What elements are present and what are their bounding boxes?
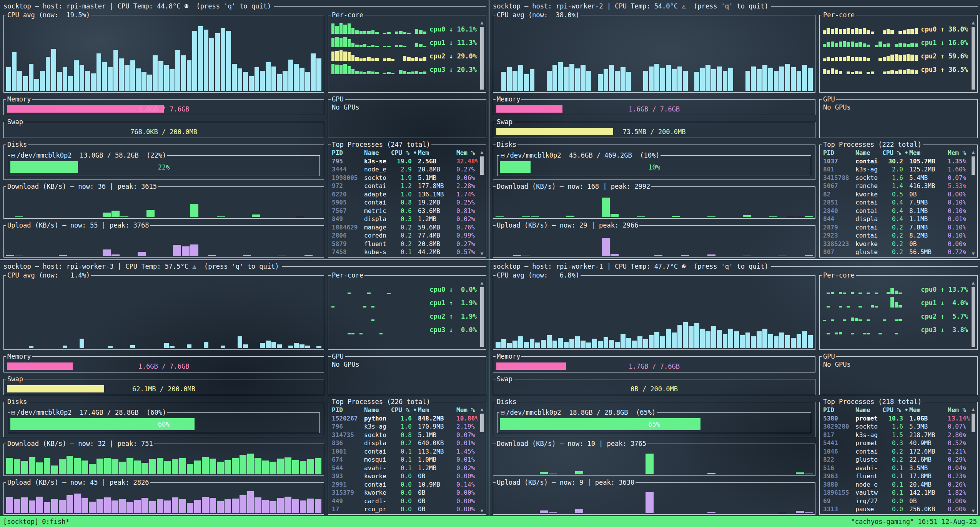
scroll-up-icon[interactable]: ▲ — [970, 407, 976, 412]
tmux-divider-vertical-top[interactable] — [489, 0, 489, 259]
per-core-scrollbar[interactable]: ▲ — [970, 20, 976, 91]
process-scrollbar[interactable]: ▲ ▼ — [479, 407, 485, 513]
swap-value: 62.1MB / 200.0MB — [7, 385, 321, 393]
scrollbar-thumb[interactable] — [480, 414, 484, 432]
column-header[interactable]: Name — [364, 149, 391, 158]
scrollbar-thumb[interactable] — [972, 27, 975, 90]
scrollbar-thumb[interactable] — [480, 27, 484, 90]
chart-bar — [240, 495, 246, 513]
process-scrollbar[interactable]: ▲ ▼ — [479, 150, 485, 256]
chart-bar — [34, 79, 39, 91]
tmux-status-bar: [socktop] 0:fish* "cachyos-gaming" 16:51… — [0, 516, 980, 527]
per-core-scrollbar[interactable]: ▲ — [970, 280, 976, 348]
tmux-divider-horizontal-right[interactable] — [489, 259, 980, 260]
process-cell: 2923 — [823, 232, 855, 240]
process-cell: 17.8MB — [909, 472, 948, 481]
scroll-up-icon[interactable]: ▲ — [479, 150, 485, 155]
chart-bar — [581, 341, 586, 348]
chart-bar — [315, 458, 322, 474]
chart-bar — [173, 245, 181, 256]
column-header[interactable]: Mem — [418, 406, 456, 415]
top-processes-panel: Top Processes (222 total) PIDNameCPU % •… — [819, 141, 978, 258]
scroll-down-icon[interactable]: ▼ — [479, 508, 485, 513]
tmux-divider-vertical-bottom-active[interactable] — [489, 260, 489, 516]
pane-rpi-worker-2[interactable]: socktop — host: rpi-worker-2 | CPU Temp:… — [489, 0, 980, 259]
process-cell: 0.2 — [391, 224, 418, 232]
process-cell: 113.2MB — [418, 448, 456, 456]
column-header[interactable]: Name — [364, 406, 391, 415]
pane-rpi-worker-1[interactable]: socktop — host: rpi-worker-1 | CPU Temp:… — [489, 260, 980, 516]
process-cell: 1998005 — [332, 174, 364, 183]
upload-chart — [496, 490, 813, 513]
pane-rpi-worker-3[interactable]: socktop — host: rpi-worker-3 | CPU Temp:… — [0, 260, 489, 516]
scroll-down-icon[interactable]: ▼ — [479, 251, 485, 256]
process-cell: 3029280 — [823, 423, 855, 431]
chart-bar — [586, 342, 591, 348]
core-sparkline — [331, 309, 426, 321]
scroll-down-icon[interactable]: ▼ — [970, 251, 976, 256]
column-header[interactable]: Mem % — [456, 406, 478, 415]
scroll-up-icon[interactable]: ▲ — [970, 280, 976, 285]
download-panel: Download (KB/s) — now: 10 | peak: 3765 — [493, 440, 815, 476]
cpu-history-chart — [6, 23, 321, 91]
scroll-down-icon[interactable]: ▼ — [970, 508, 976, 513]
chart-bar — [802, 331, 807, 348]
per-core-scrollbar[interactable]: ▲ — [479, 280, 485, 348]
spark-bar — [423, 57, 426, 61]
scrollbar-thumb[interactable] — [480, 156, 484, 175]
swap-panel: Swap 768.0KB / 200.0MB — [3, 118, 324, 138]
upload-label: Upload (KB/s) — now: 29 | peak: 2966 — [496, 221, 639, 229]
process-cell: 0.0 — [882, 505, 909, 514]
spark-bar — [411, 58, 414, 61]
column-header[interactable]: PID — [823, 406, 855, 415]
pane-body: CPU avg (now: 19.5%) Per-core cpu0 ↓ 16.… — [3, 11, 486, 258]
per-core-scrollbar[interactable]: ▲ — [479, 20, 485, 91]
scroll-up-icon[interactable]: ▲ — [970, 150, 976, 155]
process-cell: sockto — [364, 174, 391, 183]
chart-bar — [270, 501, 276, 513]
scrollbar-thumb[interactable] — [972, 156, 975, 175]
column-header[interactable]: PID — [332, 149, 364, 158]
chart-bar — [170, 69, 175, 91]
column-header[interactable]: PID — [823, 149, 855, 158]
tmux-window-name[interactable]: 0:fish* — [42, 518, 70, 525]
process-cell: 3444 — [332, 166, 364, 174]
process-cell: 0.07% — [948, 174, 970, 183]
memory-gauge: 1.6GB / 7.6GB — [496, 105, 812, 113]
column-header[interactable]: Mem % — [948, 149, 970, 158]
scrollbar-thumb[interactable] — [972, 287, 975, 347]
process-cell: 19.0 — [391, 158, 418, 166]
chart-bar — [158, 61, 163, 91]
column-header[interactable]: Mem % — [948, 406, 970, 415]
column-header[interactable]: Mem % — [456, 149, 478, 158]
chart-bar — [621, 334, 626, 348]
tmux-divider-horizontal-left-active[interactable] — [0, 259, 489, 260]
column-header[interactable]: CPU % • — [882, 149, 909, 158]
pane-rpi-master[interactable]: socktop — host: rpi-master | CPU Temp: 4… — [0, 0, 489, 259]
chart-bar — [146, 210, 155, 217]
column-header[interactable]: CPU % • — [882, 406, 909, 415]
scroll-up-icon[interactable]: ▲ — [479, 20, 485, 25]
scrollbar-thumb[interactable] — [972, 414, 975, 432]
column-header[interactable]: Name — [855, 406, 882, 415]
core-row: cpu2 ↓ 29.0% — [331, 47, 477, 61]
column-header[interactable]: Mem — [909, 406, 948, 415]
column-header[interactable]: Name — [855, 149, 882, 158]
column-header[interactable]: Mem — [418, 149, 456, 158]
process-scrollbar[interactable]: ▲ ▼ — [970, 150, 976, 256]
column-header[interactable]: PID — [332, 406, 364, 415]
spark-bar — [898, 43, 902, 47]
scrollbar-thumb[interactable] — [480, 287, 484, 347]
column-header[interactable]: Mem — [909, 149, 948, 158]
column-header[interactable]: CPU % • — [391, 149, 418, 158]
column-header[interactable]: CPU % • — [391, 406, 418, 415]
scroll-up-icon[interactable]: ▲ — [479, 280, 485, 285]
chart-bar — [111, 211, 120, 217]
process-scrollbar[interactable]: ▲ ▼ — [970, 407, 976, 513]
scroll-up-icon[interactable]: ▲ — [479, 407, 485, 412]
process-cell: 32.48% — [456, 158, 478, 166]
chart-bar — [192, 31, 197, 91]
process-cell: contai — [364, 199, 391, 207]
scroll-up-icon[interactable]: ▲ — [970, 20, 976, 25]
process-cell: 0.2 — [391, 439, 418, 448]
